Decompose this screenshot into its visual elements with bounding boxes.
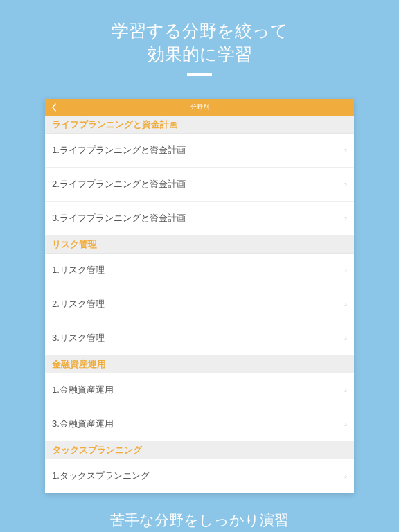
phone-frame: 分野別 ライフプランニングと資金計画 1.ライフプランニングと資金計画 › 2.… (45, 99, 354, 493)
list-item[interactable]: 3.ライフプランニングと資金計画 › (45, 202, 354, 236)
list-item-label: 1.リスク管理 (52, 264, 340, 276)
list-item[interactable]: 1.タックスプランニング › (45, 459, 354, 493)
chevron-right-icon: › (344, 179, 347, 189)
section-header: リスク管理 (45, 236, 354, 254)
list-item-label: 2.リスク管理 (52, 298, 340, 310)
nav-title: 分野別 (190, 103, 209, 112)
chevron-right-icon: › (344, 145, 347, 155)
list-item-label: 3.金融資産運用 (52, 418, 340, 430)
hero-top: 学習する分野を絞って 効果的に学習 (112, 0, 288, 85)
chevron-right-icon: › (344, 385, 347, 395)
list-item-label: 3.リスク管理 (52, 332, 340, 344)
list-item[interactable]: 3.金融資産運用 › (45, 407, 354, 441)
list-item[interactable]: 1.リスク管理 › (45, 254, 354, 287)
hero-bottom: 苦手な分野をしっかり演習 着実に得点アップ (110, 493, 289, 533)
chevron-right-icon: › (344, 471, 347, 481)
list-item[interactable]: 3.リスク管理 › (45, 321, 354, 355)
chevron-right-icon: › (344, 265, 347, 275)
chevron-right-icon: › (344, 419, 347, 429)
chevron-right-icon: › (344, 333, 347, 343)
hero-line2: 効果的に学習 (112, 43, 288, 66)
hero-bottom-line1: 苦手な分野をしっかり演習 (110, 510, 289, 530)
list-item[interactable]: 1.金融資産運用 › (45, 373, 354, 407)
list-item-label: 1.金融資産運用 (52, 384, 340, 396)
category-list: ライフプランニングと資金計画 1.ライフプランニングと資金計画 › 2.ライフプ… (45, 116, 354, 493)
hero-divider (187, 73, 212, 76)
chevron-left-icon (51, 103, 57, 112)
list-item-label: 3.ライフプランニングと資金計画 (52, 212, 340, 224)
list-item[interactable]: 1.ライフプランニングと資金計画 › (45, 134, 354, 168)
back-button[interactable] (51, 103, 57, 112)
section-header: タックスプランニング (45, 441, 354, 459)
chevron-right-icon: › (344, 213, 347, 223)
list-item-label: 1.タックスプランニング (52, 470, 340, 482)
list-item[interactable]: 2.ライフプランニングと資金計画 › (45, 168, 354, 202)
chevron-right-icon: › (344, 299, 347, 309)
hero-line1: 学習する分野を絞って (112, 19, 288, 43)
list-item[interactable]: 2.リスク管理 › (45, 287, 354, 321)
list-item-label: 1.ライフプランニングと資金計画 (52, 144, 340, 157)
section-header: ライフプランニングと資金計画 (45, 116, 354, 134)
nav-bar: 分野別 (45, 99, 354, 116)
section-header: 金融資産運用 (45, 355, 354, 373)
list-item-label: 2.ライフプランニングと資金計画 (52, 178, 340, 190)
